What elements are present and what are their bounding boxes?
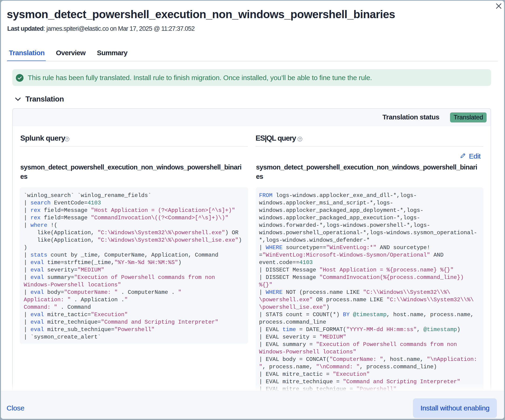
svg-text:?: ? (299, 137, 301, 141)
svg-text:?: ? (66, 137, 68, 141)
